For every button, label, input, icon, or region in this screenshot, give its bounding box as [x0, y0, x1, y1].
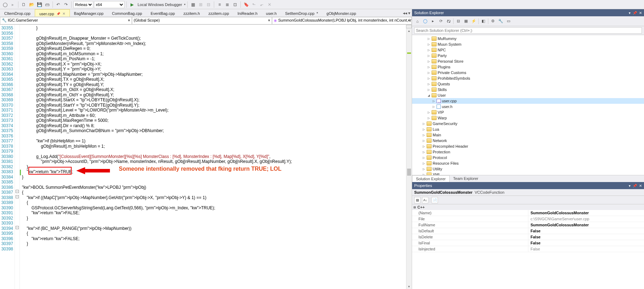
se-preview-icon[interactable]: ◧ [480, 18, 487, 24]
tree-twisty-icon[interactable]: ▷ [432, 99, 435, 103]
panel-close-icon[interactable]: ✕ [639, 11, 642, 15]
clear-bookmark-icon[interactable]: ✕ [266, 1, 273, 8]
tree-twisty-icon[interactable]: ▷ [427, 37, 431, 40]
vertical-scrollbar[interactable]: ▴ ▾ [406, 25, 412, 289]
split-handle-icon[interactable] [406, 25, 412, 28]
panel-pin-icon[interactable]: 📌 [633, 184, 637, 188]
se-properties-icon[interactable]: ⚙ [490, 18, 496, 24]
tb-misc-3-icon[interactable]: ⊟ [205, 1, 212, 8]
props-categorized-icon[interactable]: ▤ [414, 197, 421, 203]
panel-menu-icon[interactable]: ▾ [629, 11, 631, 15]
folder-item[interactable]: ◢User [412, 92, 644, 98]
folder-item[interactable]: ▷VIP [412, 109, 644, 115]
folder-item[interactable]: ▷NPC [412, 47, 644, 53]
property-row[interactable]: IsInjectedFalse [412, 246, 644, 252]
tab-user-cpp[interactable]: user.cpp📌✕ [35, 9, 70, 17]
debug-target-label[interactable]: Local Windows Debugger [136, 2, 183, 7]
prev-bookmark-icon[interactable]: ⬑ [250, 1, 257, 8]
folder-item[interactable]: ▷Utility [412, 166, 644, 172]
open-file-icon[interactable]: 📂 [28, 1, 35, 8]
folder-item[interactable]: ▷Main [412, 132, 644, 138]
save-all-icon[interactable]: 🗃 [44, 1, 51, 8]
folder-item[interactable]: ▷Protection [412, 149, 644, 155]
panel-menu-icon[interactable]: ▾ [629, 184, 631, 188]
tree-twisty-icon[interactable]: ▷ [427, 48, 431, 52]
tab-gobjmonster[interactable]: gObjMonster.cpp [322, 9, 360, 17]
se-sync-icon[interactable]: ⟳ [438, 18, 444, 24]
bookmark-icon[interactable]: 🔖 [243, 1, 250, 8]
property-row[interactable]: (Name)SummonGoldColossusMonster [412, 210, 644, 216]
file-item[interactable]: ▷user.cpp [412, 98, 644, 104]
folder-item[interactable]: ▷Plugins [412, 64, 644, 70]
file-item[interactable]: ▷user.h [412, 104, 644, 109]
tree-twisty-icon[interactable]: ▷ [427, 71, 431, 74]
undo-icon[interactable]: ↶ [55, 1, 62, 8]
folder-item[interactable]: ▷MuRummy [412, 36, 644, 41]
folder-item[interactable]: ▷Muun System [412, 41, 644, 47]
property-row[interactable]: IsFinalFalse [412, 240, 644, 246]
tree-twisty-icon[interactable]: ▷ [422, 156, 426, 159]
tree-twisty-icon[interactable]: ▷ [427, 110, 431, 114]
folder-item[interactable]: ▷Precompiled Header [412, 143, 644, 149]
tree-twisty-icon[interactable]: ▷ [427, 116, 431, 120]
tree-twisty-icon[interactable]: ▷ [427, 88, 431, 91]
folder-item[interactable]: ▷Network [412, 138, 644, 143]
tree-twisty-icon[interactable]: ▷ [422, 133, 426, 137]
close-icon[interactable]: ✕ [62, 12, 65, 16]
folder-item[interactable]: ▷XML [412, 172, 644, 175]
folder-item[interactable]: ▷ProhibitedSymbols [412, 75, 644, 81]
props-alpha-icon[interactable]: A↓ [422, 197, 428, 203]
tree-twisty-icon[interactable]: ▷ [427, 60, 431, 63]
se-fwd-icon[interactable]: ▸ [430, 18, 436, 24]
code-content[interactable]: } gObj[nResult].m_Disappear_Monster = Ge… [22, 25, 412, 289]
comment-icon[interactable]: ⊡ [232, 1, 239, 8]
scrollbar-thumb[interactable] [407, 169, 411, 176]
redo-icon[interactable]: ↷ [62, 1, 70, 8]
panel-pin-icon[interactable]: 📌 [633, 11, 637, 15]
nav-back-icon[interactable]: ◯ [1, 1, 9, 8]
fold-box-icon[interactable]: − [16, 226, 19, 229]
new-project-icon[interactable]: 🗋 [20, 1, 27, 8]
tree-twisty-icon[interactable]: ▷ [427, 76, 431, 80]
tree-twisty-icon[interactable]: ◢ [427, 94, 431, 97]
tab-team-explorer[interactable]: Team Explorer [450, 175, 482, 182]
member-combo[interactable]: SummonGoldColossusMonster(LPOBJ lpObj, i… [272, 17, 412, 24]
scope-combo[interactable]: (Global Scope) [132, 17, 272, 24]
project-combo[interactable]: 🔧 IGC.GameServer [0, 17, 132, 24]
tab-eventbag[interactable]: EventBag.cpp [146, 9, 179, 17]
tb-misc-2-icon[interactable]: ⊞ [197, 1, 204, 8]
tab-commonbag[interactable]: CommonBag.cpp [108, 9, 146, 17]
tab-user-h[interactable]: user.h [262, 9, 281, 17]
outdent-icon[interactable]: ≣ [224, 1, 231, 8]
se-view-icon[interactable]: 🔧 [498, 18, 504, 24]
tree-twisty-icon[interactable]: ▷ [422, 139, 426, 142]
folder-item[interactable]: ▷GameSecurity [412, 121, 644, 126]
fold-box-icon[interactable]: − [16, 190, 19, 193]
nav-fwd-icon[interactable]: ▸ [9, 1, 16, 8]
property-row[interactable]: IsDefaultFalse [412, 228, 644, 234]
scroll-up-icon[interactable]: ▴ [406, 28, 412, 33]
panel-close-icon[interactable]: ✕ [639, 184, 642, 188]
tree-twisty-icon[interactable]: ▷ [427, 82, 431, 86]
tb-misc-1-icon[interactable]: ▦ [189, 1, 196, 8]
code-editor[interactable]: 3035530356303573035830359303603036130362… [0, 25, 412, 289]
pin-icon[interactable]: 📌 [56, 12, 60, 16]
se-showall-icon[interactable]: ▦ [463, 18, 469, 24]
tree-twisty-icon[interactable]: ▷ [432, 105, 435, 108]
folder-item[interactable]: ▷Private Customs [412, 70, 644, 75]
collapse-icon[interactable]: ⊟ [413, 206, 416, 209]
save-icon[interactable]: 💾 [36, 1, 43, 8]
folder-item[interactable]: ▷Quests [412, 81, 644, 87]
next-bookmark-icon[interactable]: ⬐ [258, 1, 265, 8]
folder-item[interactable]: ▷Skills [412, 87, 644, 92]
se-collapse-icon[interactable]: ⊟ [455, 18, 461, 24]
search-input[interactable] [414, 27, 642, 34]
se-class-icon[interactable]: ▭ [505, 18, 512, 24]
fold-gutter[interactable]: − − − [15, 25, 20, 289]
platform-dropdown[interactable]: x64 [94, 1, 124, 8]
se-home-icon[interactable]: ⌂ [414, 18, 421, 24]
config-dropdown[interactable]: Release [73, 1, 93, 8]
tree-twisty-icon[interactable]: ▷ [422, 144, 426, 148]
tree-twisty-icon[interactable]: ▷ [427, 65, 431, 69]
property-row[interactable]: Filec:\S9\IGCN\GameServer\user.cpp [412, 216, 644, 222]
